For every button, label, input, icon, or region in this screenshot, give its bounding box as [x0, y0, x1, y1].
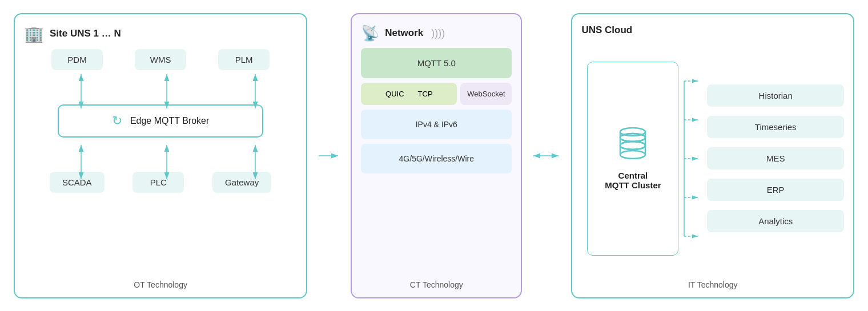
ct-inner: MQTT 5.0 QUIC TCP WebSocket IPv4 & IPv6 … [361, 48, 512, 276]
gateway-box: Gateway [212, 172, 271, 193]
it-panel: UNS Cloud [571, 13, 854, 298]
ct-panel-header: 📡 Network )))) [361, 25, 512, 42]
ot-panel: 🏢 Site UNS 1 … N PDM WMS PLM [14, 13, 307, 298]
ot-panel-title: Site UNS 1 … N [50, 28, 121, 39]
ct-protocol-row: QUIC TCP WebSocket [361, 83, 512, 105]
ot-to-ct-arrow [318, 147, 340, 164]
ot-top-row: PDM WMS PLM [24, 49, 297, 70]
it-footer: IT Technology [581, 276, 844, 289]
ot-bottom-row: SCADA PLC Gateway [24, 172, 297, 193]
ot-ct-arrow-svg [318, 147, 340, 164]
historian-box: Historian [707, 84, 844, 107]
wms-box: WMS [135, 49, 186, 70]
broker-icon: ↻ [112, 114, 122, 128]
ct-to-it-arrow [532, 147, 561, 164]
ipv4-ipv6-block: IPv4 & IPv6 [361, 110, 512, 139]
scada-box: SCADA [50, 172, 105, 193]
wireless-block: 4G/5G/Wireless/Wire [361, 144, 512, 173]
it-panel-header: UNS Cloud [581, 25, 844, 36]
ct-it-arrow-svg [532, 147, 561, 164]
ot-panel-header: 🏢 Site UNS 1 … N [24, 25, 297, 43]
svg-point-24 [620, 128, 645, 136]
ct-footer: CT Technology [361, 276, 512, 289]
broker-label: Edge MQTT Broker [130, 116, 209, 126]
ot-arrows-svg [24, 49, 297, 276]
broker-box: ↻ Edge MQTT Broker [58, 104, 263, 138]
erp-box: ERP [707, 179, 844, 201]
broker-row: ↻ Edge MQTT Broker [58, 104, 263, 138]
it-services-col: Historian Timeseries MES ERP Analytics [701, 84, 844, 232]
mes-box: MES [707, 147, 844, 169]
cluster-box: CentralMQTT Cluster [587, 62, 678, 256]
pdm-box: PDM [51, 49, 103, 70]
it-inner: CentralMQTT Cluster [581, 42, 844, 276]
plc-box: PLC [132, 172, 184, 193]
svg-point-17 [620, 142, 645, 150]
ct-panel: 📡 Network )))) MQTT 5.0 QUIC TCP WebSock… [351, 13, 522, 298]
quic-label: QUIC [385, 90, 404, 98]
websocket-block: WebSocket [460, 83, 512, 105]
building-icon: 🏢 [24, 25, 44, 43]
ct-panel-title: Network [385, 27, 423, 39]
it-service-arrows-svg [684, 62, 701, 256]
plm-box: PLM [218, 49, 270, 70]
cluster-label: CentralMQTT Cluster [605, 171, 661, 190]
it-panel-title: UNS Cloud [581, 25, 632, 36]
tcp-label: TCP [418, 90, 433, 98]
diagram-container: 🏢 Site UNS 1 … N PDM WMS PLM [0, 0, 868, 311]
timeseries-box: Timeseries [707, 116, 844, 138]
cluster-icon [614, 127, 651, 159]
analytics-box: Analytics [707, 210, 844, 232]
ot-layout: PDM WMS PLM [24, 49, 297, 276]
quic-tcp-block: QUIC TCP [361, 83, 457, 105]
it-cluster-col: CentralMQTT Cluster [581, 62, 684, 256]
ot-footer: OT Technology [24, 276, 297, 289]
wifi-icon: )))) [431, 27, 445, 39]
it-arrows-col [684, 62, 701, 256]
tower-icon: 📡 [361, 25, 379, 42]
mqtt-block: MQTT 5.0 [361, 48, 512, 78]
svg-point-13 [620, 151, 645, 159]
